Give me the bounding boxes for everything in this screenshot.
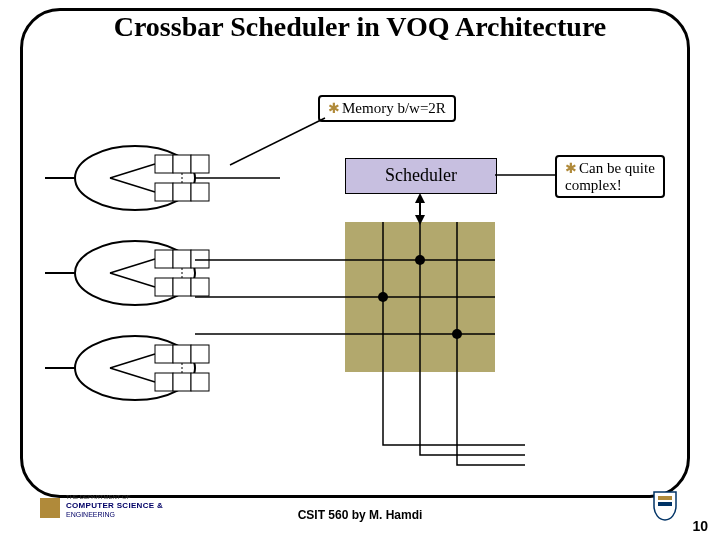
dept-logo: THE DEPARTMENT OF COMPUTER SCIENCE & ENG…: [40, 494, 220, 522]
page-number: 10: [692, 518, 708, 534]
bullet-icon: ✱: [328, 101, 340, 116]
dept-line1: THE DEPARTMENT OF: [66, 494, 130, 500]
memory-text: Memory b/w=2R: [342, 100, 446, 116]
bullet-icon: ✱: [565, 161, 577, 176]
dept-line3: ENGINEERING: [66, 511, 115, 518]
dept-line2: COMPUTER SCIENCE &: [66, 501, 163, 510]
crossbar-fabric: [345, 222, 495, 372]
memory-callout: ✱Memory b/w=2R: [318, 95, 456, 122]
slide-title: Crossbar Scheduler in VOQ Architecture: [0, 12, 720, 43]
svg-rect-51: [658, 502, 672, 506]
logo-mark-icon: [40, 498, 60, 518]
svg-rect-50: [658, 496, 672, 500]
scheduler-box: Scheduler: [345, 158, 497, 194]
complex-callout: ✱Can be quite complex!: [555, 155, 665, 198]
university-crest-icon: [650, 490, 680, 525]
complex-text-2: complex!: [565, 177, 622, 193]
complex-text-1: Can be quite: [579, 160, 655, 176]
